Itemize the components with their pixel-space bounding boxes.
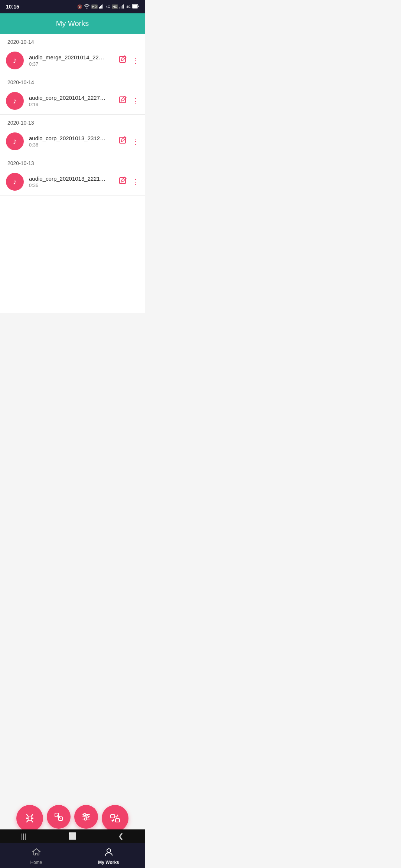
more-options-button-2[interactable]: ⋮ — [132, 96, 139, 105]
hd-icon-1: HD — [91, 4, 98, 9]
signal-icon-2 — [120, 4, 125, 9]
file-name-3: audio_corp_20201013_231249.mp3 — [29, 135, 107, 141]
edit-button-1[interactable] — [117, 54, 128, 67]
file-duration-3: 0:36 — [29, 142, 117, 148]
file-icon-1[interactable]: ♪ — [6, 52, 24, 69]
file-icon-4[interactable]: ♪ — [6, 173, 24, 191]
edit-button-2[interactable] — [117, 94, 128, 108]
svg-rect-13 — [120, 137, 125, 143]
list-item: ♪ audio_corp_20201013_222109.mp3 0:36 ⋮ — [0, 168, 145, 195]
svg-rect-6 — [122, 5, 123, 9]
music-note-icon: ♪ — [13, 177, 17, 187]
svg-rect-4 — [120, 7, 120, 9]
file-info-1: audio_merge_20201014_223104.m... 0:37 — [29, 54, 117, 67]
date-label-1: 2020-10-14 — [0, 34, 145, 47]
svg-rect-2 — [101, 5, 102, 9]
battery-icon — [132, 4, 139, 9]
file-actions-2: ⋮ — [117, 94, 139, 108]
svg-rect-12 — [120, 97, 125, 103]
list-item: ♪ audio_corp_20201014_222720.mp3 0:19 ⋮ — [0, 88, 145, 115]
svg-rect-1 — [100, 6, 101, 9]
4g-icon-1: 4G — [106, 5, 110, 9]
list-item: ♪ audio_merge_20201014_223104.m... 0:37 … — [0, 47, 145, 74]
date-label-2: 2020-10-14 — [0, 74, 145, 88]
more-options-button-4[interactable]: ⋮ — [132, 177, 139, 186]
file-duration-4: 0:36 — [29, 183, 117, 188]
svg-rect-10 — [138, 6, 139, 7]
file-info-4: audio_corp_20201013_222109.mp3 0:36 — [29, 175, 117, 188]
file-actions-4: ⋮ — [117, 175, 139, 188]
file-duration-2: 0:19 — [29, 102, 117, 107]
more-options-button-3[interactable]: ⋮ — [132, 137, 139, 146]
mute-icon: 🔇 — [77, 4, 82, 9]
date-label-3: 2020-10-13 — [0, 115, 145, 128]
file-name-4: audio_corp_20201013_222109.mp3 — [29, 175, 107, 182]
more-options-button-1[interactable]: ⋮ — [132, 56, 139, 65]
file-info-2: audio_corp_20201014_222720.mp3 0:19 — [29, 95, 117, 107]
signal-icon-1 — [99, 4, 104, 9]
svg-rect-0 — [99, 7, 100, 9]
file-icon-2[interactable]: ♪ — [6, 92, 24, 110]
file-list: 2020-10-14 ♪ audio_merge_20201014_223104… — [0, 34, 145, 313]
svg-rect-3 — [102, 4, 103, 9]
svg-rect-14 — [120, 178, 125, 184]
file-duration-1: 0:37 — [29, 61, 117, 67]
hd-icon-2: HD — [112, 4, 118, 9]
file-actions-3: ⋮ — [117, 135, 139, 148]
file-info-3: audio_corp_20201013_231249.mp3 0:36 — [29, 135, 117, 148]
edit-button-3[interactable] — [117, 135, 128, 148]
file-name-1: audio_merge_20201014_223104.m... — [29, 54, 107, 60]
date-label-4: 2020-10-13 — [0, 155, 145, 168]
svg-rect-11 — [120, 56, 125, 62]
svg-rect-9 — [133, 5, 137, 8]
status-time: 10:15 — [6, 4, 19, 10]
svg-rect-7 — [123, 4, 124, 9]
4g-icon-2: 4G — [126, 5, 131, 9]
edit-button-4[interactable] — [117, 175, 128, 188]
page-title: My Works — [56, 19, 89, 27]
list-item: ♪ audio_corp_20201013_231249.mp3 0:36 ⋮ — [0, 128, 145, 155]
music-note-icon: ♪ — [13, 96, 17, 106]
file-icon-3[interactable]: ♪ — [6, 132, 24, 150]
music-note-icon: ♪ — [13, 137, 17, 146]
file-name-2: audio_corp_20201014_222720.mp3 — [29, 95, 107, 101]
music-note-icon: ♪ — [13, 56, 17, 65]
svg-rect-5 — [121, 6, 121, 9]
file-actions-1: ⋮ — [117, 54, 139, 67]
status-bar: 10:15 🔇 HD 4G HD 4G — [0, 0, 145, 13]
status-icons: 🔇 HD 4G HD 4G — [77, 4, 139, 9]
page-header: My Works — [0, 13, 145, 34]
wifi-icon — [84, 4, 90, 9]
